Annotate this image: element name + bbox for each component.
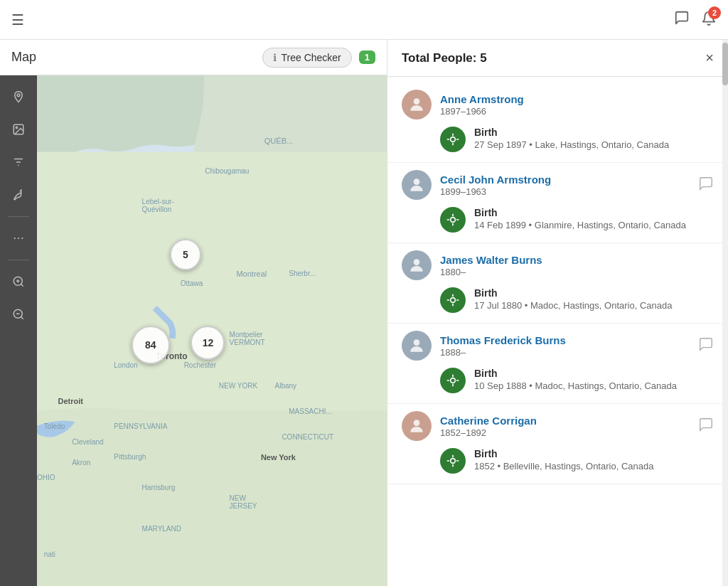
svg-point-2 <box>16 127 17 128</box>
event-desc-james-burns-0: 17 Jul 1880 • Madoc, Hastings, Ontario, … <box>474 300 672 311</box>
cluster-84[interactable]: 84 <box>132 326 170 364</box>
event-entry-anne-armstrong-0: Birth 27 Sep 1897 • Lake, Hastings, Onta… <box>402 121 714 159</box>
birth-icon-anne-armstrong-0 <box>440 127 466 152</box>
person-header-anne-armstrong: Anne Armstrong 1897–1966 <box>402 90 714 119</box>
zoom-out-tool[interactable] <box>4 300 33 329</box>
filter-tool[interactable] <box>4 148 33 176</box>
panel-header: Total People: 5 × <box>387 40 728 77</box>
image-tool[interactable] <box>4 115 33 144</box>
event-entry-cecil-armstrong-0: Birth 14 Feb 1899 • Glanmire, Hastings, … <box>402 201 714 240</box>
map-title: Map <box>11 50 36 65</box>
event-type-catherine-corrigan-0: Birth <box>474 448 653 459</box>
person-section-cecil-armstrong: Cecil John Armstrong 1899–1963 Birth 14 … <box>387 163 728 243</box>
person-section-thomas-burns: Thomas Frederick Burns 1888– Birth 10 Se… <box>387 324 728 404</box>
tool-divider-2 <box>8 260 29 260</box>
person-name-thomas-burns[interactable]: Thomas Frederick Burns <box>440 334 690 346</box>
person-header-catherine-corrigan: Catherine Corrigan 1852–1892 <box>402 411 714 441</box>
event-desc-thomas-burns-0: 10 Sep 1888 • Madoc, Hastings, Ontario, … <box>474 380 677 391</box>
panel-title: Total People: 5 <box>402 51 487 65</box>
tree-checker-button[interactable]: ℹ Tree Checker <box>262 48 351 68</box>
event-details-james-burns-0: Birth 17 Jul 1880 • Madoc, Hastings, Ont… <box>474 287 672 311</box>
event-desc-anne-armstrong-0: 27 Sep 1897 • Lake, Hastings, Ontario, C… <box>474 139 669 150</box>
person-dates-anne-armstrong: 1897–1966 <box>440 106 714 117</box>
svg-point-0 <box>17 94 20 97</box>
map-subheader: Map ℹ Tree Checker 1 <box>0 40 387 75</box>
hamburger-icon[interactable]: ☰ <box>11 11 24 28</box>
map-area: QUÉB... Chibougamau Lebel-sur-Quévillon … <box>0 75 387 586</box>
map-visual[interactable]: QUÉB... Chibougamau Lebel-sur-Quévillon … <box>37 75 387 586</box>
svg-point-6 <box>14 238 16 239</box>
map-sidebar-tools <box>0 75 37 586</box>
notification-bell[interactable]: 2 <box>701 11 717 29</box>
person-info-anne-armstrong: Anne Armstrong 1897–1966 <box>440 93 714 117</box>
svg-point-19 <box>414 179 420 185</box>
person-avatar-cecil-armstrong <box>402 170 432 200</box>
svg-point-7 <box>18 238 19 239</box>
tree-checker-info-icon: ℹ <box>273 52 277 63</box>
chat-icon[interactable] <box>674 10 690 29</box>
event-type-james-burns-0: Birth <box>474 287 672 299</box>
birth-icon-james-burns-0 <box>440 287 466 313</box>
birth-icon-catherine-corrigan-0 <box>440 448 466 474</box>
person-action-icon-thomas-burns[interactable] <box>698 336 714 356</box>
person-info-cecil-armstrong: Cecil John Armstrong 1899–1963 <box>440 174 690 197</box>
person-header-thomas-burns: Thomas Frederick Burns 1888– <box>402 331 714 361</box>
person-info-catherine-corrigan: Catherine Corrigan 1852–1892 <box>440 415 690 438</box>
topbar-left: ☰ <box>11 11 24 28</box>
svg-point-24 <box>451 378 456 383</box>
person-action-icon-cecil-armstrong[interactable] <box>698 176 714 195</box>
person-section-james-burns: James Walter Burns 1880– Birth 17 Jul 18… <box>387 243 728 324</box>
person-name-james-burns[interactable]: James Walter Burns <box>440 254 714 266</box>
svg-point-18 <box>451 137 456 142</box>
person-info-thomas-burns: Thomas Frederick Burns 1888– <box>440 334 690 358</box>
event-desc-catherine-corrigan-0: 1852 • Belleville, Hastings, Ontario, Ca… <box>474 461 653 472</box>
event-desc-cecil-armstrong-0: 14 Feb 1899 • Glanmire, Hastings, Ontari… <box>474 220 686 230</box>
person-avatar-james-burns <box>402 250 432 280</box>
birth-icon-cecil-armstrong-0 <box>440 207 466 233</box>
zoom-in-tool[interactable] <box>4 267 33 296</box>
scrollbar-track <box>722 40 728 586</box>
close-button[interactable]: × <box>705 50 714 66</box>
map-panel: Map ℹ Tree Checker 1 <box>0 40 387 586</box>
topbar: ☰ 2 <box>0 0 728 40</box>
svg-point-23 <box>414 339 420 346</box>
svg-point-21 <box>414 259 420 265</box>
svg-line-14 <box>21 316 23 319</box>
person-dates-james-burns: 1880– <box>440 267 714 277</box>
event-type-anne-armstrong-0: Birth <box>474 127 669 138</box>
cluster-12[interactable]: 12 <box>191 326 225 360</box>
event-details-cecil-armstrong-0: Birth 14 Feb 1899 • Glanmire, Hastings, … <box>474 207 686 230</box>
person-action-icon-catherine-corrigan[interactable] <box>698 417 714 436</box>
topbar-right: 2 <box>674 10 717 29</box>
main-content: Map ℹ Tree Checker 1 <box>0 40 728 586</box>
scrollbar-thumb[interactable] <box>722 43 728 85</box>
leaf-tool[interactable] <box>4 181 33 209</box>
person-info-james-burns: James Walter Burns 1880– <box>440 254 714 277</box>
svg-point-26 <box>451 459 456 464</box>
person-dates-thomas-burns: 1888– <box>440 347 690 358</box>
person-name-cecil-armstrong[interactable]: Cecil John Armstrong <box>440 174 690 186</box>
person-dates-catherine-corrigan: 1852–1892 <box>440 427 690 438</box>
svg-point-17 <box>414 98 420 105</box>
person-header-james-burns: James Walter Burns 1880– <box>402 250 714 280</box>
event-details-thomas-burns-0: Birth 10 Sep 1888 • Madoc, Hastings, Ont… <box>474 368 677 391</box>
person-name-anne-armstrong[interactable]: Anne Armstrong <box>440 93 714 105</box>
panel-body[interactable]: Anne Armstrong 1897–1966 Birth 27 Sep 18… <box>387 77 728 586</box>
event-entry-thomas-burns-0: Birth 10 Sep 1888 • Madoc, Hastings, Ont… <box>402 362 714 400</box>
birth-icon-thomas-burns-0 <box>440 368 466 393</box>
person-header-cecil-armstrong: Cecil John Armstrong 1899–1963 <box>402 170 714 200</box>
cluster-5[interactable]: 5 <box>170 239 201 270</box>
person-section-catherine-corrigan: Catherine Corrigan 1852–1892 Birth 1852 … <box>387 404 728 484</box>
svg-point-20 <box>451 218 456 223</box>
person-avatar-catherine-corrigan <box>402 411 432 441</box>
event-type-cecil-armstrong-0: Birth <box>474 207 686 218</box>
location-tool[interactable] <box>4 82 33 111</box>
person-dates-cecil-armstrong: 1899–1963 <box>440 186 690 197</box>
person-avatar-anne-armstrong <box>402 90 432 119</box>
svg-point-25 <box>414 420 420 426</box>
tree-checker-badge: 1 <box>359 50 375 64</box>
person-name-catherine-corrigan[interactable]: Catherine Corrigan <box>440 415 690 427</box>
svg-point-8 <box>21 238 23 239</box>
more-tool[interactable] <box>4 224 33 252</box>
event-entry-catherine-corrigan-0: Birth 1852 • Belleville, Hastings, Ontar… <box>402 442 714 481</box>
